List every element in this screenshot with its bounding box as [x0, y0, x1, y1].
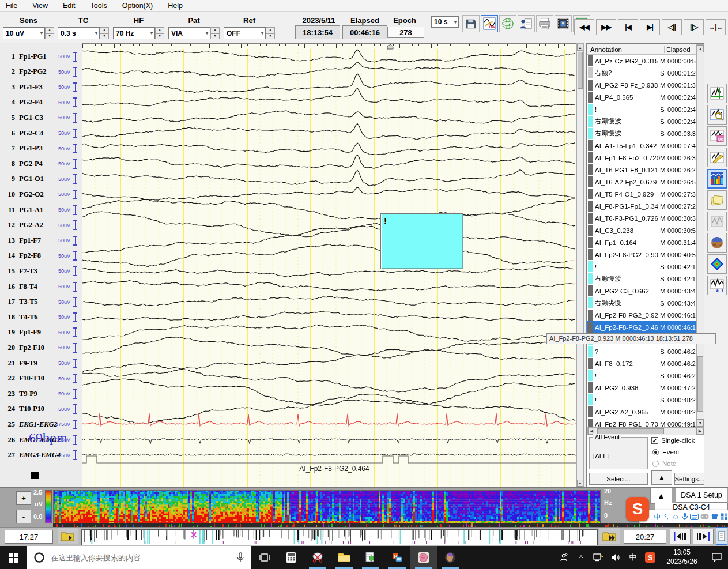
fast-forward-button[interactable]: ▶▶ [596, 19, 616, 35]
channel-label-row[interactable]: 15F7-T350uV [0, 265, 82, 277]
spin-down-icon[interactable]: ▾ [155, 33, 164, 40]
search-mic-icon[interactable] [236, 552, 244, 563]
setting-spinner-hf[interactable]: ▴▾ [155, 27, 164, 39]
elapsed-column-header[interactable]: Elapsed [664, 46, 696, 53]
topography-button[interactable] [707, 254, 727, 274]
channel-label-row[interactable]: 27EMG3-EMG425uV [0, 449, 82, 462]
annotation-row[interactable]: 右颞慢波S0000:03:3 [587, 127, 696, 140]
annotation-row[interactable]: !S0000:48:2 [587, 394, 696, 406]
channel-label-row[interactable]: 10PG2-O250uV [0, 188, 82, 201]
spin-down-icon[interactable]: ▾ [266, 33, 275, 40]
voice-input-icon[interactable] [681, 512, 688, 521]
task-view-button[interactable] [251, 546, 278, 569]
eeg-vertical-scrollbar[interactable]: ▲ ▼ [576, 43, 584, 487]
dsa-zoom-out-button[interactable]: - [16, 510, 31, 523]
goto-cursor-button[interactable]: →|← [706, 19, 726, 35]
annotation-row[interactable]: AI_P4_0.565M0000:02:4 [587, 91, 696, 103]
jump-start-button[interactable]: |◀ [618, 19, 638, 35]
toolbox-icon[interactable] [721, 512, 728, 521]
scroll-down-icon[interactable]: ▼ [577, 480, 583, 487]
channel-label-row[interactable]: 18T4-T650uV [0, 311, 82, 323]
dsa-zoom-in-button[interactable]: + [16, 491, 31, 505]
wave-edit-button[interactable] [707, 148, 727, 167]
wave-on-button[interactable]: ON [481, 15, 498, 32]
annotation-vertical-scrollbar[interactable]: ▲ ▼ [696, 44, 704, 427]
spin-down-icon[interactable]: ▾ [210, 33, 220, 40]
ime-mode-icon[interactable]: 中 [654, 512, 661, 521]
taskbar-clock[interactable]: 13:05 2023/5/26 [659, 548, 705, 566]
annotation-row[interactable]: 右颞尖慢S0000:43:4 [587, 297, 696, 309]
dsa-setup-button[interactable]: DSA 1 Setup [676, 488, 727, 503]
channel-label-row[interactable]: 22F10-T1050uV [0, 372, 82, 385]
eeg-review-app-button[interactable] [410, 546, 437, 569]
event-timeline-bar[interactable] [81, 529, 598, 545]
spin-up-icon[interactable]: ▴ [266, 27, 275, 33]
channel-label-row[interactable]: 21F9-T950uV [0, 357, 82, 370]
channel-label-row[interactable]: 17T3-T550uV [0, 296, 82, 308]
note-radio-label[interactable]: Note [662, 460, 676, 467]
annotation-row[interactable]: !S0000:46:2 [587, 370, 696, 382]
annotation-row[interactable]: !S0000:42:1 [587, 261, 696, 273]
annotation-row[interactable]: 右颞慢波S0000:02:4 [587, 115, 696, 127]
annotation-row[interactable]: AI_F8_0.172M0000:46:2 [587, 357, 696, 370]
menu-item-optionx[interactable]: Option(X) [122, 2, 153, 10]
event-note-popup[interactable]: ! [380, 213, 463, 269]
search-input[interactable] [51, 553, 231, 562]
dsa-button[interactable] [707, 169, 727, 189]
step-back-button[interactable]: ◁|| [662, 19, 682, 35]
setting-select-ref[interactable]: OFF▾ [224, 27, 266, 39]
eeg-scroll-thumb[interactable] [578, 52, 583, 89]
annotation-row[interactable]: !S0000:02:4 [587, 103, 696, 115]
setting-select-tc[interactable]: 0.3 s▾ [58, 27, 100, 39]
annotation-row[interactable]: ?S0000:46:2 [587, 345, 696, 357]
annotation-list[interactable]: AI_Pz-Cz-PG2_0.315M0000:00:5右额?S0000:01:… [587, 55, 696, 427]
annotation-row[interactable]: AI_F8-PG1-Fp1_0.34M0000:27:2 [587, 200, 696, 212]
setting-select-pat[interactable]: VIA▾ [168, 27, 210, 39]
channel-label-row[interactable]: 12PG2-A250uV [0, 219, 82, 232]
annotation-row[interactable]: AI_T6-F3-PG1_0.726M0000:30:3 [587, 212, 696, 224]
annotation-row[interactable]: AI_Fp2-F8-PG2_0.92M0000:46:1 [587, 309, 696, 321]
snipping-tool-button[interactable] [304, 546, 331, 569]
event-radio-label[interactable]: Event [662, 449, 679, 455]
game-mode-icon[interactable] [700, 512, 709, 521]
menu-item-view[interactable]: View [32, 2, 48, 10]
step-forward-button[interactable]: ||▷ [684, 19, 704, 35]
volume-icon[interactable] [607, 546, 624, 569]
time-cursor[interactable] [329, 49, 329, 487]
setting-spinner-pat[interactable]: ▴▾ [210, 27, 220, 39]
people-icon[interactable] [555, 546, 572, 569]
setting-select-hf[interactable]: 70 Hz▾ [113, 27, 155, 39]
annotation-row[interactable]: AI_Pz-Cz-PG2_0.315M0000:00:5 [587, 55, 696, 67]
channel-label-row[interactable]: 6PG2-C450uV [0, 127, 82, 140]
single-click-checkbox[interactable]: ✓ [651, 437, 658, 444]
scroll-down-icon[interactable]: ▼ [697, 419, 704, 427]
punctuation-icon[interactable]: °, [663, 512, 670, 521]
spin-up-icon[interactable]: ▴ [210, 27, 220, 33]
spin-up-icon[interactable]: ▴ [155, 27, 164, 33]
event-radio[interactable] [652, 449, 659, 455]
channel-label-row[interactable]: 19Fp1-F950uV [0, 326, 82, 339]
annotation-row[interactable]: AI_PG2-C3_0.662M0000:43:4 [587, 285, 696, 297]
channel-label-row[interactable]: 11PG1-A150uV [0, 204, 82, 216]
setting-spinner-sens[interactable]: ▴▾ [45, 27, 54, 39]
soft-keyboard-icon[interactable] [690, 512, 699, 521]
menu-item-file[interactable]: File [6, 2, 17, 10]
spin-up-icon[interactable]: ▴ [45, 27, 54, 33]
scroll-up-icon[interactable]: ▲ [577, 44, 583, 51]
annotation-row[interactable]: AI_T5-F4-O1_0.929M0000:27:3 [587, 188, 696, 200]
map-button[interactable] [499, 15, 516, 32]
hidden-icons-chevron[interactable]: ^ [572, 546, 590, 569]
action-center-button[interactable] [705, 546, 728, 569]
channel-label-row[interactable]: 14Fp2-F850uV [0, 250, 82, 262]
eeg-traces[interactable] [82, 49, 576, 487]
annotation-row[interactable]: 右额?S0000:01:2 [587, 67, 696, 79]
channel-label-row[interactable]: 2Fp2-PG250uV [0, 66, 82, 78]
calculator-app-button[interactable] [278, 546, 304, 569]
channel-label-row[interactable]: 25EKG1-EKG2375uV [0, 418, 82, 431]
taskbar-search-box[interactable] [27, 546, 251, 569]
channel-label-row[interactable]: 4PG2-F450uV [0, 96, 82, 109]
annotation-row[interactable]: AI_Fp2-F8-PG2_0.90M0000:40:5 [587, 248, 696, 261]
jump-end-button[interactable]: ▶| [640, 19, 660, 35]
annotation-row[interactable]: AI_T6-A2-Fp2_0.679M0000:26:5 [587, 176, 696, 188]
annotation-row[interactable]: 右颞慢波S0000:42:1 [587, 273, 696, 285]
